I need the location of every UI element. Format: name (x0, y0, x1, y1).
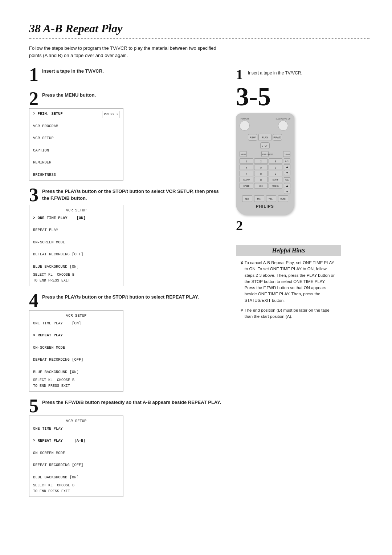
hint-text-2: The end position (B) must be later on th… (245, 307, 336, 320)
step-4-number: 4 (29, 291, 38, 310)
menu-item: BLUE BACKGROUND [ON] (33, 264, 119, 270)
menu-item: VCR SETUP (33, 135, 63, 141)
menu-item: CAPTION (33, 147, 63, 154)
vol-up-button[interactable]: ▲ (284, 183, 290, 188)
right-column: 1 Insert a tape in the TV/VCR. 3-5 POWER… (236, 68, 345, 504)
menu-item: > PRIM. SETUP (33, 111, 63, 117)
step-5-text: Press the F.FWD/B button repeatedly so t… (42, 399, 225, 406)
ffwd-button[interactable]: F.FWD (273, 134, 282, 141)
left-column: 1 Insert a tape in the TV/VCR. 2 Press t… (29, 68, 225, 504)
bottom-transport-row: REC TRK- TRK+ MUTE (240, 195, 290, 202)
hint-bullet-2: ¥ (241, 307, 243, 320)
menu-item: ON-SCREEN MODE (33, 239, 119, 246)
menu-title: VCR SETUP (33, 313, 119, 319)
menu-footer: SELECT KL CHOOSE B TO END PRESS EXIT (33, 272, 119, 284)
btn-memory[interactable]: MEM (254, 183, 268, 189)
tracking-up-button[interactable]: TRK+ (266, 195, 276, 202)
step-1-text: Insert a tape in the TV/VCR. (42, 68, 225, 75)
step-4-text: Press the PLAY/s button or the STOP/t bu… (42, 293, 225, 301)
play-button[interactable]: PLAY (258, 134, 271, 141)
menu-box-step3: VCR SETUP > ONE TIME PLAY [ON] REPEAT PL… (29, 205, 123, 286)
helpful-hints-content: ¥ To cancel A-B Repeat Play, set ONE TIM… (236, 256, 341, 327)
ch-label: A CH (284, 158, 290, 163)
right-step2-number: 2 (236, 219, 243, 232)
menu-item: DEFEAT RECORDING [OFF] (33, 251, 119, 258)
number-grid-section: 1 2 3 4 5 6 7 8 9 SLOW 0 SURF SPEE (240, 158, 290, 194)
btn-surf[interactable]: SURF (269, 177, 282, 182)
tracking-dn-button[interactable]: TRK- (254, 195, 264, 202)
remote-control: POWER SLEEP/WAKE UP REW PLAY F.FWD STOP … (236, 113, 294, 215)
power-label: POWER (241, 118, 249, 120)
menu-item: > REPEAT PLAY [A-B] (33, 438, 119, 444)
step-3-number: 3 (29, 186, 38, 204)
step-3-label: Press the PLAY/s button or the STOP/t bu… (42, 189, 219, 201)
sleep-button[interactable] (278, 121, 288, 131)
menu-button[interactable]: MENU (240, 151, 247, 157)
rew-button[interactable]: REW (248, 134, 257, 141)
right-step1-number: 1 (236, 68, 243, 81)
stop-row: STOP (240, 142, 290, 149)
step-4-label: Press the PLAY/s button or the STOP/t bu… (42, 294, 199, 300)
stop-button[interactable]: STOP (260, 142, 270, 149)
ch-up-button[interactable]: ▲ (284, 164, 290, 169)
menu-footer: SELECT KL CHOOSE B TO END PRESS EXIT (33, 483, 119, 494)
step-2-label: Press the MENU button. (42, 92, 96, 98)
step-35-number: 3-5 (236, 84, 271, 110)
btn-6[interactable]: 6 (269, 165, 282, 170)
right-step1-indicator: 1 Insert a tape in the TV/VCR. (236, 68, 302, 81)
step-5-block: 5 Press the F.FWD/B button repeatedly so… (29, 399, 225, 497)
vol-dn-button[interactable]: ▼ (284, 189, 290, 194)
menu-footer: SELECT KL CHOOSE B TO END PRESS EXIT (33, 377, 119, 389)
remote-brand-label: PHILIPS (240, 204, 290, 208)
btn-3[interactable]: 3 (269, 158, 282, 164)
section-divider (29, 38, 370, 39)
step-1-number: 1 (29, 65, 38, 84)
menu-title: VCR SETUP (33, 418, 119, 424)
hint-item-2: ¥ The end position (B) must be later on … (241, 307, 336, 320)
step-3-text: Press the PLAY/s button or the STOP/t bu… (42, 188, 225, 202)
number-grid: 1 2 3 4 5 6 7 8 9 SLOW 0 SURF SPEE (240, 158, 282, 194)
transport-section: REW PLAY F.FWD (240, 134, 290, 141)
hint-bullet-1: ¥ (241, 260, 243, 304)
btn-7[interactable]: 7 (240, 171, 253, 176)
menu-title: VCR SETUP (33, 207, 119, 214)
menu-row: MENU STATUS/EXIT CLEAR (240, 151, 290, 157)
menu-item: DEFEAT RECORDING [OFF] (33, 462, 119, 468)
btn-9[interactable]: 9 (269, 171, 282, 176)
step-1-block: 1 Insert a tape in the TV/VCR. (29, 68, 225, 84)
menu-item: ON-SCREEN MODE (33, 345, 119, 351)
menu-item: BRIGHTNESS (33, 172, 63, 178)
menu-item: > ONE TIME PLAY [ON] (33, 215, 119, 221)
step-5-label: Press the F.FWD/B button repeatedly so t… (42, 400, 221, 405)
menu-box-step2: > PRIM. SETUP VCR PROGRAM VCR SETUP CAPT… (29, 108, 123, 181)
clear-button[interactable]: CLEAR (283, 151, 290, 157)
btn-slow[interactable]: SLOW (240, 177, 253, 182)
menu-item: DEFEAT RECORDING [OFF] (33, 357, 119, 363)
btn-5[interactable]: 5 (254, 165, 268, 170)
menu-box-step4: VCR SETUP ONE TIME PLAY [ON] > REPEAT PL… (29, 310, 123, 392)
menu-item: ONE TIME PLAY [ON] (33, 320, 119, 327)
menu-item: ON-SCREEN MODE (33, 450, 119, 456)
mute-button[interactable]: MUTE (278, 195, 288, 202)
ch-vol-col: A CH ▲ ▼ VOL ▲ ▼ (284, 158, 290, 194)
intro-text: Follow the steps below to program the TV… (29, 45, 218, 59)
btn-2[interactable]: 2 (254, 158, 268, 164)
press-b-badge: PRESS B (102, 111, 119, 118)
record-button[interactable]: REC (242, 195, 252, 202)
menu-item: BLUE BACKGROUND [ON] (33, 474, 119, 481)
step-1-label: Insert a tape in the TV/VCR. (42, 68, 104, 74)
btn-speed[interactable]: SPEED (240, 183, 253, 189)
menu-item: VCR PROGRAM (33, 123, 63, 129)
btn-0[interactable]: 0 (254, 177, 268, 182)
status-button[interactable]: STATUS/EXIT (261, 151, 269, 157)
power-button[interactable] (240, 121, 250, 131)
btn-1[interactable]: 1 (240, 158, 253, 164)
ch-dn-button[interactable]: ▼ (284, 170, 290, 175)
menu-item: BLUE BACKGROUND [ON] (33, 369, 119, 375)
btn-4[interactable]: 4 (240, 165, 253, 170)
step-3-block: 3 Press the PLAY/s button or the STOP/t … (29, 188, 225, 286)
btn-num-en[interactable]: NUM EN (269, 183, 282, 189)
step-2-number: 2 (29, 89, 38, 108)
menu-item: REMINDER (33, 159, 63, 166)
btn-8[interactable]: 8 (254, 171, 268, 176)
